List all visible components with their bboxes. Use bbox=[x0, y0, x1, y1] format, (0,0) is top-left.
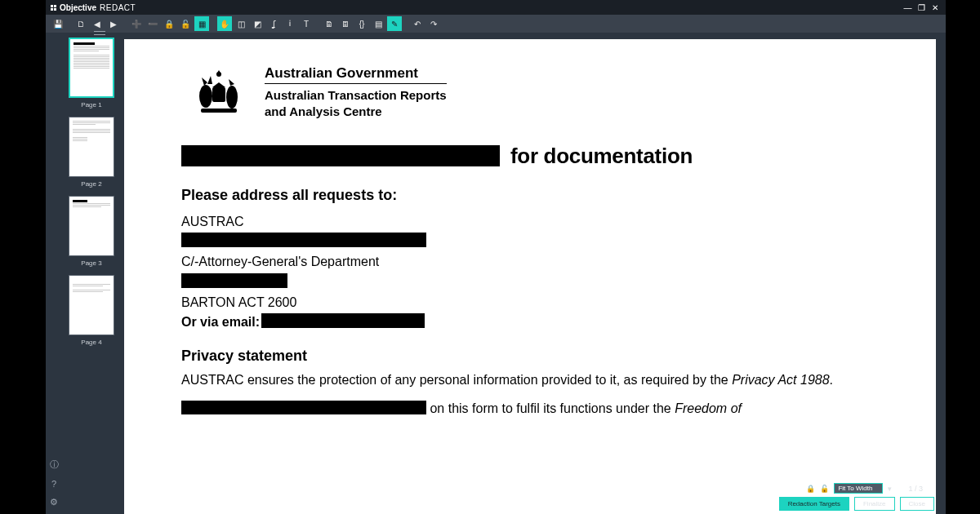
app-brand: Objective REDACT bbox=[51, 3, 136, 12]
text-tool-icon[interactable]: T bbox=[299, 16, 314, 31]
text-select-icon[interactable]: Ꭵ bbox=[283, 16, 297, 31]
redo-icon[interactable]: ↷ bbox=[426, 16, 441, 31]
pattern-icon[interactable]: ▤ bbox=[371, 16, 385, 31]
lock-status-icon[interactable]: 🔒 bbox=[806, 485, 815, 493]
restore-button[interactable]: ❐ bbox=[915, 3, 927, 12]
page-thumbnail-1[interactable] bbox=[69, 38, 114, 98]
page-thumbnail-2[interactable] bbox=[69, 117, 114, 177]
hand-tool-icon[interactable]: ✋ bbox=[217, 16, 232, 31]
addr-line: C/-Attorney-General's Department bbox=[181, 252, 879, 273]
privacy-paragraph-2: on this form to fulfil its functions und… bbox=[181, 400, 879, 418]
brand-name-2: REDACT bbox=[100, 3, 136, 12]
letterhead-text: Australian Government Australian Transac… bbox=[265, 65, 447, 121]
title-bar: Objective REDACT — ❐ ✕ bbox=[46, 0, 946, 15]
grid-icon[interactable]: ▦ bbox=[194, 16, 209, 31]
lasso-icon[interactable]: ʆ bbox=[266, 16, 281, 31]
redaction-mark[interactable] bbox=[261, 313, 425, 328]
svg-point-2 bbox=[226, 86, 238, 109]
left-rail: ⓘ ? ⚙ bbox=[46, 33, 62, 514]
redaction-mark[interactable] bbox=[181, 233, 426, 247]
redaction-targets-button[interactable]: Redaction Targets bbox=[779, 497, 849, 511]
page-thumbnail-4[interactable] bbox=[69, 275, 114, 335]
document-viewport[interactable]: Australian Government Australian Transac… bbox=[121, 33, 946, 514]
zoom-dropdown-icon[interactable]: ▾ bbox=[888, 485, 892, 493]
close-button-footer[interactable]: Close bbox=[900, 497, 934, 511]
redaction-mark[interactable] bbox=[181, 145, 500, 166]
thumbnail-panel: Page 1 Page 2 Page 3 Page 4 bbox=[62, 33, 121, 514]
brand-name-1: Objective bbox=[60, 3, 96, 12]
thumb-label-1: Page 1 bbox=[81, 101, 101, 109]
privacy-heading: Privacy statement bbox=[181, 348, 879, 365]
redaction-mark[interactable] bbox=[181, 273, 287, 288]
page-indicator: 1 / 3 bbox=[908, 485, 923, 493]
prev-page-button[interactable]: ◀ bbox=[897, 484, 903, 493]
help-icon[interactable]: ? bbox=[51, 479, 56, 489]
main-area: ⓘ ? ⚙ Page 1 Page 2 Page 3 Page 4 bbox=[46, 33, 946, 514]
document-title: for documentation bbox=[181, 144, 879, 169]
settings-icon[interactable]: ⚙ bbox=[50, 497, 58, 507]
toolbar: 💾 🗋 ◀ ▶ ➕ ➖ 🔒 🔓 ▦ ✋ ◫ ◩ ʆ Ꭵ T 🗎 🗏 {} ▤ ✎… bbox=[46, 15, 946, 33]
next-page-button[interactable]: ▶ bbox=[928, 484, 934, 493]
code-icon[interactable]: {} bbox=[354, 16, 369, 31]
svg-rect-4 bbox=[201, 109, 237, 113]
address-heading: Please address all requests to: bbox=[181, 187, 879, 204]
page-icon[interactable]: 🗎 bbox=[322, 16, 336, 31]
app-window: Objective REDACT — ❐ ✕ 💾 🗋 ◀ ▶ ➕ ➖ 🔒 🔓 ▦… bbox=[46, 0, 946, 514]
minimize-button[interactable]: — bbox=[902, 3, 913, 12]
app-logo-icon bbox=[51, 5, 56, 11]
redaction-mark[interactable] bbox=[181, 401, 426, 414]
addr-line: AUSTRAC bbox=[181, 212, 879, 233]
document-page: Australian Government Australian Transac… bbox=[124, 39, 936, 514]
remove-icon[interactable]: ➖ bbox=[145, 16, 160, 31]
lock-icon[interactable]: 🔒 bbox=[162, 16, 176, 31]
svg-point-0 bbox=[199, 85, 212, 108]
address-block: AUSTRAC C/-Attorney-General's Department… bbox=[181, 212, 879, 334]
draw-mark-icon[interactable]: ◩ bbox=[250, 16, 265, 31]
save-icon[interactable]: 💾 bbox=[51, 16, 65, 31]
add-icon[interactable]: ➕ bbox=[129, 16, 144, 31]
email-label: Or via email: bbox=[181, 315, 260, 329]
window-controls: — ❐ ✕ bbox=[902, 3, 941, 12]
privacy-paragraph-1: AUSTRAC ensures the protection of any pe… bbox=[181, 371, 879, 389]
gov-name: Australian Government bbox=[265, 65, 447, 84]
svg-rect-1 bbox=[212, 87, 225, 102]
select-area-icon[interactable]: ◫ bbox=[234, 16, 248, 31]
new-doc-icon[interactable]: 🗋 bbox=[74, 16, 88, 31]
next-icon[interactable]: ▶ bbox=[106, 16, 121, 31]
finalize-button[interactable]: Finalize bbox=[854, 497, 895, 511]
thumb-label-4: Page 4 bbox=[81, 339, 101, 346]
addr-line: BARTON ACT 2600 bbox=[181, 293, 879, 313]
thumb-label-3: Page 3 bbox=[81, 259, 101, 267]
coat-of-arms-icon bbox=[189, 68, 247, 118]
close-button[interactable]: ✕ bbox=[929, 3, 941, 12]
unlock-icon[interactable]: 🔓 bbox=[178, 16, 193, 31]
letterhead: Australian Government Australian Transac… bbox=[189, 65, 879, 121]
info-icon[interactable]: ⓘ bbox=[50, 459, 59, 471]
undo-icon[interactable]: ↶ bbox=[410, 16, 425, 31]
dept-name: Australian Transaction Reports and Analy… bbox=[265, 87, 447, 121]
page-thumbnail-3[interactable] bbox=[69, 196, 114, 256]
unlock-status-icon[interactable]: 🔓 bbox=[820, 485, 829, 493]
page-minus-icon[interactable]: 🗏 bbox=[338, 16, 353, 31]
zoom-select[interactable]: Fit To Width bbox=[834, 483, 883, 494]
status-bar: 🔒 🔓 Fit To Width ▾ ◀ 1 / 3 ▶ Redaction T… bbox=[779, 483, 934, 511]
marker-icon[interactable]: ✎ bbox=[387, 16, 402, 31]
thumb-label-2: Page 2 bbox=[81, 180, 101, 188]
